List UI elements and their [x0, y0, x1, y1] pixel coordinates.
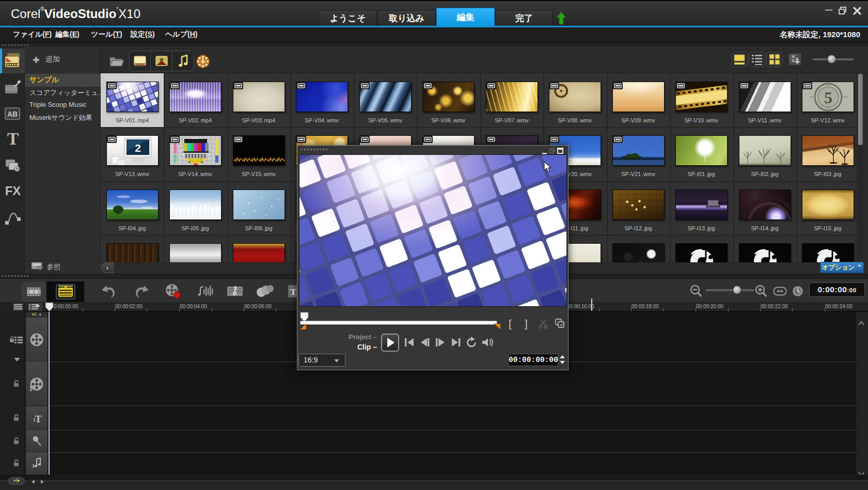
svg-text:AB: AB [7, 110, 18, 118]
svg-text:2: 2 [135, 142, 141, 154]
svg-text:1: 1 [29, 386, 33, 392]
svg-text:A: A [792, 55, 794, 58]
svg-text:Z: Z [792, 59, 795, 62]
svg-text:T: T [35, 414, 42, 424]
svg-text:T: T [290, 287, 296, 297]
svg-text:5: 5 [824, 88, 832, 107]
svg-text:1: 1 [32, 463, 35, 468]
